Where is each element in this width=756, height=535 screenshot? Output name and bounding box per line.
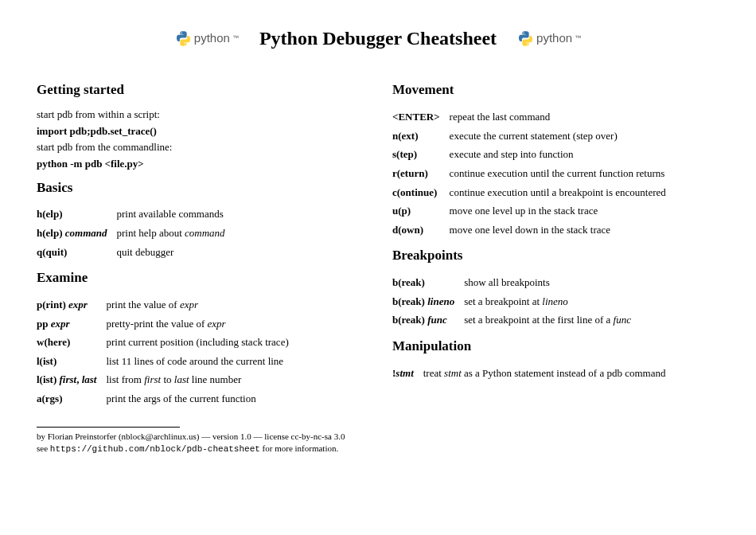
table-row: <ENTER>repeat the last command <box>392 107 676 127</box>
description-cell: set a breakpoint at lineno <box>464 292 641 311</box>
description-cell: pretty-print the value of expr <box>107 314 298 334</box>
description-cell: list 11 lines of code around the current… <box>107 352 298 371</box>
command-cell: r(eturn) <box>392 164 450 183</box>
footer: by Florian Preinstorfer (nblock@archlinu… <box>37 427 364 455</box>
description-cell: print help about command <box>116 224 234 243</box>
table-row: h(elp) commandprint help about command <box>37 224 235 243</box>
right-column: Movement <ENTER>repeat the last commandn… <box>392 73 719 455</box>
basics-table: h(elp)print available commandsh(elp) com… <box>37 205 235 261</box>
gs-line-3: start pdb from the commandline: <box>37 140 364 154</box>
command-cell: <ENTER> <box>392 107 450 127</box>
description-cell: print the value of expr <box>107 295 298 314</box>
python-logo-tm: ™ <box>232 34 239 43</box>
footer-line-2: see https://github.com/nblock/pdb-cheats… <box>37 443 364 455</box>
table-row: w(here)print current position (including… <box>37 333 298 352</box>
command-cell: b(reak) <box>392 273 464 292</box>
command-cell: c(ontinue) <box>392 183 450 202</box>
description-cell: treat stmt as a Python statement instead… <box>423 364 676 383</box>
description-cell: print the args of the current function <box>107 389 298 408</box>
table-row: !stmttreat stmt as a Python statement in… <box>392 364 675 383</box>
footer-line-1: by Florian Preinstorfer (nblock@archlinu… <box>37 431 364 443</box>
table-row: l(ist)list 11 lines of code around the c… <box>37 352 298 371</box>
examine-table: p(rint) exprprint the value of exprpp ex… <box>37 295 298 408</box>
table-row: s(tep)execute and step into function <box>392 145 676 164</box>
gs-line-2: import pdb;pdb.set_trace() <box>37 125 157 137</box>
python-logo-icon <box>517 30 534 47</box>
command-cell: q(quit) <box>37 243 116 262</box>
gs-line-1: start pdb from within a script: <box>37 107 364 122</box>
python-logo-icon <box>175 30 192 47</box>
python-logo-tm: ™ <box>575 34 581 43</box>
description-cell: move one level down in the stack trace <box>450 221 676 240</box>
table-row: a(rgs)print the args of the current func… <box>37 389 298 408</box>
manipulation-table: !stmttreat stmt as a Python statement in… <box>392 364 675 383</box>
heading-basics: Basics <box>37 179 364 197</box>
table-row: u(p)move one level up in the stack trace <box>392 201 676 221</box>
table-row: b(reak) linenoset a breakpoint at lineno <box>392 292 641 311</box>
command-cell: l(ist) first, last <box>37 370 107 389</box>
description-cell: continue execution until a breakpoint is… <box>450 183 676 202</box>
gs-line-4: python -m pdb <file.py> <box>37 158 144 170</box>
python-logo-text: python <box>194 30 230 46</box>
page-title: Python Debugger Cheatsheet <box>259 25 497 51</box>
breakpoints-table: b(reak)show all breakpointsb(reak) linen… <box>392 273 641 330</box>
description-cell: execute the current statement (step over… <box>450 127 676 146</box>
python-logo-right: python™ <box>517 30 581 47</box>
table-row: d(own)move one level down in the stack t… <box>392 221 676 240</box>
table-row: r(eturn)continue execution until the cur… <box>392 164 676 183</box>
description-cell: move one level up in the stack trace <box>450 201 676 221</box>
command-cell: a(rgs) <box>37 389 107 408</box>
table-row: n(ext)execute the current statement (ste… <box>392 127 676 146</box>
table-row: b(reak) funcset a breakpoint at the firs… <box>392 310 641 330</box>
heading-manipulation: Manipulation <box>392 338 719 356</box>
command-cell: b(reak) func <box>392 310 464 330</box>
command-cell: l(ist) <box>37 352 107 371</box>
command-cell: n(ext) <box>392 127 450 146</box>
table-row: b(reak)show all breakpoints <box>392 273 641 292</box>
heading-movement: Movement <box>392 81 719 100</box>
columns: Getting started start pdb from within a … <box>37 73 719 455</box>
command-cell: b(reak) lineno <box>392 292 464 311</box>
command-cell: h(elp) <box>37 205 116 224</box>
description-cell: repeat the last command <box>450 107 676 127</box>
table-row: h(elp)print available commands <box>37 205 235 224</box>
command-cell: h(elp) command <box>37 224 116 243</box>
table-row: c(ontinue)continue execution until a bre… <box>392 183 676 202</box>
description-cell: set a breakpoint at the first line of a … <box>464 310 641 330</box>
footer-url: https://github.com/nblock/pdb-cheatsheet <box>50 444 260 454</box>
command-cell: u(p) <box>392 201 450 221</box>
table-row: pp exprpretty-print the value of expr <box>37 314 298 334</box>
command-cell: s(tep) <box>392 145 450 164</box>
description-cell: show all breakpoints <box>464 273 641 292</box>
title-row: python™ Python Debugger Cheatsheet pytho… <box>37 25 719 51</box>
movement-table: <ENTER>repeat the last commandn(ext)exec… <box>392 107 676 239</box>
command-cell: w(here) <box>37 333 107 352</box>
description-cell: continue execution until the current fun… <box>450 164 676 183</box>
heading-getting-started: Getting started <box>37 81 364 100</box>
description-cell: print available commands <box>116 205 234 224</box>
python-logo-text: python <box>536 30 572 46</box>
command-cell: p(rint) expr <box>37 295 107 314</box>
description-cell: quit debugger <box>116 243 234 262</box>
description-cell: print current position (including stack … <box>107 333 298 352</box>
python-logo-left: python™ <box>175 30 239 47</box>
heading-examine: Examine <box>37 269 364 287</box>
footer-rule <box>37 427 180 428</box>
document-page: python™ Python Debugger Cheatsheet pytho… <box>0 0 756 463</box>
heading-breakpoints: Breakpoints <box>392 247 719 265</box>
left-column: Getting started start pdb from within a … <box>37 73 364 455</box>
table-row: q(quit)quit debugger <box>37 243 235 262</box>
description-cell: execute and step into function <box>450 145 676 164</box>
table-row: p(rint) exprprint the value of expr <box>37 295 298 314</box>
table-row: l(ist) first, lastlist from first to las… <box>37 370 298 389</box>
command-cell: !stmt <box>392 364 423 383</box>
command-cell: pp expr <box>37 314 107 334</box>
description-cell: list from first to last line number <box>107 370 298 389</box>
command-cell: d(own) <box>392 221 450 240</box>
